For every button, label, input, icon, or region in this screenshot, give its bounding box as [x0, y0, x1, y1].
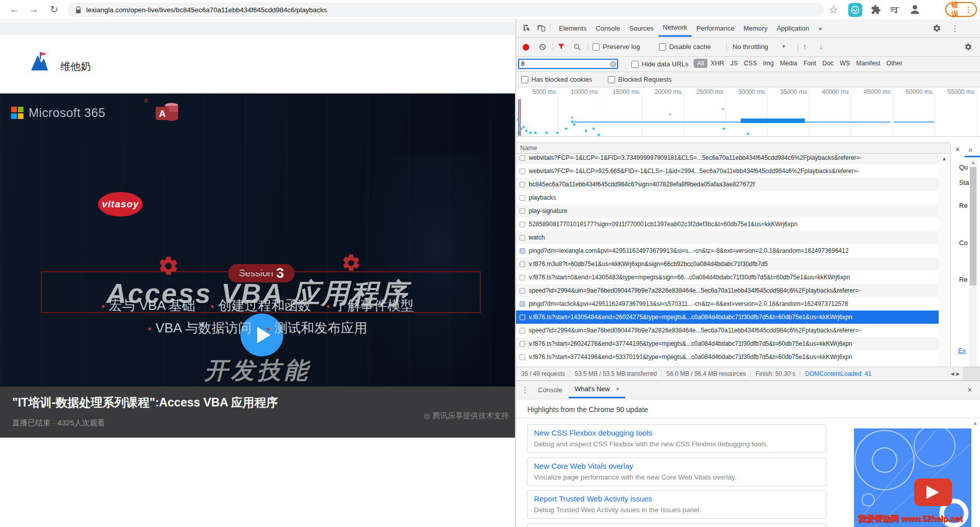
network-request-row[interactable]: speed?id=2994&uin=9ae76bed0904479b9e7a28…	[516, 284, 939, 297]
close-whats-new-tab-icon[interactable]: ×	[616, 386, 619, 393]
drawer-scroll-up-icon[interactable]: ▲	[972, 420, 978, 426]
search-icon[interactable]	[573, 43, 581, 53]
bullet-dot: •	[266, 323, 270, 334]
devtools-tab-memory[interactable]: Memory	[739, 20, 772, 37]
network-overview-timeline[interactable]: 5000 ms10000 ms15000 ms20000 ms25000 ms3…	[516, 87, 980, 137]
error-menu-icon[interactable]: ⋮	[965, 5, 972, 14]
import-har-icon[interactable]: ↑	[803, 42, 807, 51]
address-bar[interactable]: lexiangla.com/open-live/lives/bc845ec6a7…	[67, 3, 824, 17]
reload-icon[interactable]: ↻	[47, 3, 61, 17]
extensions-puzzle-icon[interactable]	[871, 5, 881, 17]
playlist-icon[interactable]	[889, 5, 899, 17]
network-request-row[interactable]: v.f876.m3u8?t=60db75e1&us=kkKWrj6xpn&sig…	[516, 257, 939, 271]
clear-network-log-icon[interactable]	[538, 43, 547, 53]
more-tabs-icon[interactable]: »	[814, 20, 826, 37]
browser-error-button[interactable]: 错误 ⋮	[945, 2, 977, 17]
devtools-menu-icon[interactable]: ⋮	[951, 23, 959, 33]
network-filter-input[interactable]	[518, 59, 618, 69]
type-filter-js[interactable]: JS	[730, 60, 738, 67]
request-list-scrollbar[interactable]: ▲	[939, 154, 950, 367]
inspect-element-icon[interactable]	[522, 23, 531, 34]
network-name-column-header[interactable]: Name	[516, 142, 950, 154]
org-logo[interactable]	[24, 49, 52, 77]
network-request-row[interactable]: pingd?dm=taclick&pvi=429511624973679913&…	[516, 297, 939, 310]
has-blocked-cookies-checkbox[interactable]	[521, 76, 528, 83]
network-request-row[interactable]: v.f876.ts?start=14305484&end=26024275&ty…	[516, 310, 939, 324]
drawer-tab-whats-new[interactable]: What's New ×	[569, 381, 626, 398]
timeline-request-dot	[747, 133, 749, 135]
extension-app-icon[interactable]	[848, 3, 862, 17]
network-request-row[interactable]: 5285890817701019177?sign=0911f770001cb13…	[516, 218, 939, 231]
details-scroll-up-icon[interactable]: ▲	[969, 160, 977, 165]
throttling-dropdown-icon[interactable]: ▼	[781, 44, 786, 49]
drawer-menu-icon[interactable]: ⋮	[521, 386, 529, 395]
type-filter-manifest[interactable]: Manifest	[856, 60, 880, 67]
devtools-tab-elements[interactable]: Elements	[554, 20, 591, 37]
devtools-tab-network[interactable]: Network	[658, 20, 692, 37]
bookmark-star-icon[interactable]: ☆	[829, 4, 838, 16]
network-request-row[interactable]: play-signature	[516, 204, 939, 218]
explanation-link[interactable]: Ex	[958, 347, 966, 354]
blocked-requests-checkbox[interactable]	[608, 76, 615, 83]
network-request-row[interactable]: v.f876.ts?start=26024276&end=37744195&ty…	[516, 337, 939, 350]
type-filter-all[interactable]: All	[694, 59, 707, 68]
network-request-row[interactable]: v.f876.ts?start=37744196&end=53370191&ty…	[516, 350, 939, 364]
type-filter-img[interactable]: Img	[763, 60, 774, 67]
network-request-row[interactable]: webvitals?FCP=-1&LCP=925.665&FID=-1&CLS=…	[516, 164, 939, 178]
whats-new-card[interactable]: Report Trusted Web Activity issuesDebug …	[527, 490, 826, 519]
throttling-select[interactable]: No throttling	[732, 43, 768, 51]
close-details-icon[interactable]: ×	[955, 145, 960, 155]
summary-scroll-left-icon[interactable]: ◀	[950, 371, 954, 376]
close-drawer-icon[interactable]: ×	[967, 385, 972, 395]
network-request-row[interactable]: speed?id=2994&uin=9ae76bed0904479b9e7a28…	[516, 324, 939, 337]
device-toolbar-icon[interactable]	[537, 23, 546, 34]
scroll-up-icon[interactable]: ▲	[939, 156, 950, 161]
network-settings-gear-icon[interactable]	[964, 43, 972, 53]
devtools-tab-application[interactable]: Application	[772, 20, 814, 37]
back-icon[interactable]: ←	[7, 3, 21, 17]
type-filter-doc[interactable]: Doc	[822, 60, 834, 67]
network-request-row[interactable]: pingd?dm=lexiangla.com&pvi=4295116249736…	[516, 244, 939, 257]
devtools-tab-sources[interactable]: Sources	[625, 20, 658, 37]
devtools-settings-gear-icon[interactable]	[933, 24, 941, 34]
network-request-row[interactable]: watch	[516, 231, 939, 244]
network-request-list[interactable]: webvitals?FCP=-1&LCP=-1&FID=3.7349999979…	[516, 154, 939, 367]
devtools-tab-console[interactable]: Console	[591, 20, 625, 37]
whats-new-card[interactable]	[527, 523, 826, 527]
clear-filter-icon[interactable]: ×	[610, 61, 617, 67]
hide-data-urls-checkbox[interactable]	[631, 61, 639, 68]
whats-new-card[interactable]: New CSS Flexbox debugging toolsDebug and…	[527, 424, 826, 453]
filter-icon[interactable]	[557, 42, 566, 53]
whats-new-card[interactable]: New Core Web Vitals overlayVisualize pag…	[527, 458, 826, 486]
whats-new-card-title[interactable]: Report Trusted Web Activity issues	[534, 494, 820, 503]
summary-item: 35 / 49 requests	[521, 370, 565, 377]
network-request-row[interactable]: v.f876.ts?start=0&end=14305483&type=mpeg…	[516, 271, 939, 284]
record-network-log-icon[interactable]	[523, 44, 529, 51]
network-request-row[interactable]: playbacks	[516, 191, 939, 204]
devtools-tab-performance[interactable]: Performance	[692, 20, 739, 37]
detail-pane-label: Co	[959, 239, 968, 247]
type-filter-font[interactable]: Font	[803, 60, 816, 67]
preserve-log-checkbox[interactable]	[593, 43, 600, 51]
type-filter-other[interactable]: Other	[887, 60, 902, 67]
whats-new-card-title[interactable]: New Core Web Vitals overlay	[534, 462, 820, 470]
network-request-row[interactable]: webvitals?FCP=-1&LCP=-1&FID=3.7349999979…	[516, 154, 939, 164]
request-name: playbacks	[529, 194, 556, 201]
network-request-row[interactable]: bc845ec6a70a11ebb434f645cdd984c6?sign=40…	[516, 178, 939, 191]
type-filter-xhr[interactable]: XHR	[710, 60, 724, 67]
details-scrollbar[interactable]: ▲	[969, 160, 977, 376]
video-player[interactable]: Microsoft 365 vitasoy ® A Session 3 Acce…	[0, 93, 515, 387]
forward-icon[interactable]: →	[27, 3, 41, 17]
type-filter-css[interactable]: CSS	[744, 60, 757, 67]
drawer-tab-console[interactable]: Console	[532, 381, 569, 398]
type-filter-ws[interactable]: WS	[840, 60, 850, 67]
timeline-tick-label: 5000 ms	[516, 88, 556, 95]
disable-cache-checkbox[interactable]	[659, 43, 666, 51]
chrome90-illustration[interactable]: 我爱帮助网 www.52help.net	[854, 428, 971, 527]
details-overflow-tabs-icon[interactable]: »	[968, 145, 972, 154]
profile-avatar[interactable]	[909, 3, 921, 18]
summary-scroll-right-icon[interactable]: ▶	[956, 371, 960, 376]
export-har-icon[interactable]: ↓	[819, 42, 823, 51]
whats-new-card-title[interactable]: New CSS Flexbox debugging tools	[534, 428, 820, 437]
type-filter-media[interactable]: Media	[780, 60, 797, 67]
